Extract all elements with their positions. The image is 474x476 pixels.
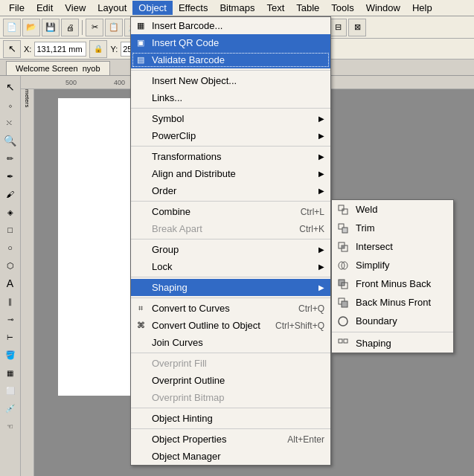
- boundary-label: Boundary: [356, 315, 397, 327]
- bezier-tool[interactable]: ✒: [2, 168, 19, 184]
- menu-object-manager[interactable]: Object Manager: [131, 448, 330, 465]
- shaping-boundary[interactable]: Boundary: [332, 312, 453, 330]
- menu-align-distribute[interactable]: Align and Distribute ▶: [131, 165, 330, 182]
- shaping-weld[interactable]: Weld: [332, 200, 453, 219]
- menu-combine[interactable]: Combine Ctrl+L: [131, 203, 330, 220]
- menu-object-properties[interactable]: Object Properties Alt+Enter: [131, 431, 330, 448]
- svg-rect-14: [339, 339, 342, 343]
- zoom-special[interactable]: ⊟: [329, 19, 347, 36]
- menu-object[interactable]: Object: [132, 1, 173, 15]
- measure-tool[interactable]: ⊢: [2, 329, 19, 345]
- save-btn[interactable]: 💾: [42, 19, 60, 36]
- menu-convert-outline[interactable]: ⌘ Convert Outline to Object Ctrl+Shift+Q: [131, 317, 330, 334]
- sep1: [82, 20, 83, 35]
- crop-tool[interactable]: ⛌: [2, 115, 19, 131]
- qr-icon: ▣: [134, 36, 147, 50]
- align-arrow: ▶: [318, 170, 324, 178]
- menu-view[interactable]: View: [59, 1, 92, 15]
- lock-ratio[interactable]: 🔒: [89, 40, 107, 58]
- fill-tool[interactable]: 🪣: [2, 347, 19, 363]
- text-tool[interactable]: A: [2, 275, 19, 292]
- menu-transformations[interactable]: Transformations ▶: [131, 148, 330, 165]
- outline-tool[interactable]: ⬜: [2, 382, 19, 399]
- menu-insert-barcode[interactable]: ▦ Insert Barcode...: [131, 17, 330, 34]
- art-tool[interactable]: 🖌: [2, 186, 19, 202]
- ruler-left: meters: [21, 89, 34, 476]
- svg-rect-15: [344, 339, 348, 343]
- rect-tool[interactable]: □: [2, 222, 19, 238]
- menu-window[interactable]: Window: [360, 1, 406, 15]
- convert-curves-icon: ⌗: [134, 302, 147, 315]
- join-curves-label: Join Curves: [152, 337, 203, 348]
- menu-links[interactable]: Links...: [131, 89, 330, 106]
- cut-btn[interactable]: ✂: [86, 19, 103, 36]
- shaping-panel[interactable]: Shaping: [332, 334, 453, 353]
- connector-tool[interactable]: ⊸: [2, 311, 19, 327]
- ellipse-tool[interactable]: ○: [2, 239, 19, 256]
- menu-table[interactable]: Table: [290, 1, 325, 15]
- object-menu-dropdown: ▦ Insert Barcode... ▣ Insert QR Code ▤ V…: [130, 16, 331, 466]
- bmf-icon: [336, 296, 350, 309]
- tab-extra: nyob: [83, 64, 100, 73]
- new-btn[interactable]: 📄: [3, 19, 21, 36]
- menu-effects[interactable]: Effects: [173, 1, 214, 15]
- shaping-simplify[interactable]: Simplify: [332, 256, 453, 274]
- shaping-trim[interactable]: Trim: [332, 219, 453, 237]
- powerclip-arrow: ▶: [318, 132, 324, 140]
- lock-arrow: ▶: [318, 263, 324, 271]
- intersect-icon: [336, 240, 350, 254]
- menu-shaping[interactable]: Shaping ▶: [131, 279, 330, 296]
- sep2: [131, 108, 330, 109]
- menu-object-hinting[interactable]: Object Hinting: [131, 410, 330, 427]
- menu-insert-new-object[interactable]: Insert New Object...: [131, 72, 330, 89]
- menu-convert-curves[interactable]: ⌗ Convert to Curves Ctrl+Q: [131, 300, 330, 317]
- svg-rect-1: [342, 209, 348, 214]
- order-arrow: ▶: [318, 187, 324, 195]
- shaping-arrow: ▶: [318, 283, 324, 292]
- smart-fill[interactable]: ◈: [2, 204, 19, 220]
- open-btn[interactable]: 📂: [22, 19, 40, 36]
- print-btn[interactable]: 🖨: [61, 19, 79, 36]
- parallel-tool[interactable]: ∥: [2, 293, 19, 309]
- menu-insert-qr-code[interactable]: ▣ Insert QR Code: [131, 34, 330, 51]
- select-tool[interactable]: ↖: [3, 40, 21, 58]
- menu-join-curves[interactable]: Join Curves: [131, 334, 330, 351]
- tab-label: Welcome Screen: [16, 64, 78, 73]
- zoom-tool[interactable]: 🔍: [2, 132, 19, 149]
- menu-tools[interactable]: Tools: [325, 1, 359, 15]
- x-input[interactable]: [34, 42, 86, 57]
- menu-layout[interactable]: Layout: [92, 1, 132, 15]
- menu-help[interactable]: Help: [406, 1, 438, 15]
- menu-lock[interactable]: Lock ▶: [131, 258, 330, 275]
- menu-powerclip[interactable]: PowerClip ▶: [131, 127, 330, 144]
- menu-order[interactable]: Order ▶: [131, 182, 330, 199]
- eyedropper-tool[interactable]: 💉: [2, 400, 19, 416]
- pointer-tool[interactable]: ↖: [2, 79, 19, 95]
- menu-edit[interactable]: Edit: [31, 1, 59, 15]
- smart-fill2[interactable]: ▦: [2, 364, 19, 381]
- copy-btn[interactable]: 📋: [105, 19, 123, 36]
- menu-file[interactable]: File: [3, 1, 31, 15]
- menu-break-apart[interactable]: Break Apart Ctrl+K: [131, 220, 330, 237]
- interact-tool[interactable]: ☜: [2, 418, 19, 434]
- poly-tool[interactable]: ⬡: [2, 257, 19, 274]
- convert-outline-label: Convert Outline to Object: [152, 320, 260, 331]
- menu-overprint-outline[interactable]: Overprint Outline: [131, 372, 330, 389]
- insert-qr-label: Insert QR Code: [152, 37, 219, 48]
- welcome-tab[interactable]: Welcome Screen nyob: [6, 61, 110, 75]
- shaping-back-minus-front[interactable]: Back Minus Front: [332, 293, 453, 312]
- menu-bitmaps[interactable]: Bitmaps: [214, 1, 260, 15]
- order-label: Order: [152, 185, 176, 196]
- menu-text[interactable]: Text: [260, 1, 290, 15]
- weld-label: Weld: [356, 204, 377, 215]
- menu-symbol[interactable]: Symbol ▶: [131, 110, 330, 127]
- shaping-front-minus-back[interactable]: Front Minus Back: [332, 274, 453, 293]
- freehand-tool[interactable]: ✏: [2, 150, 19, 167]
- menu-validate-barcode[interactable]: ▤ Validate Barcode: [131, 51, 330, 68]
- zoom-fit[interactable]: ⊠: [348, 19, 366, 36]
- trans-arrow: ▶: [318, 152, 324, 161]
- y-label: Y:: [110, 45, 118, 54]
- menu-group[interactable]: Group ▶: [131, 241, 330, 258]
- node-tool[interactable]: ⬦: [2, 97, 19, 113]
- shaping-intersect[interactable]: Intersect: [332, 237, 453, 256]
